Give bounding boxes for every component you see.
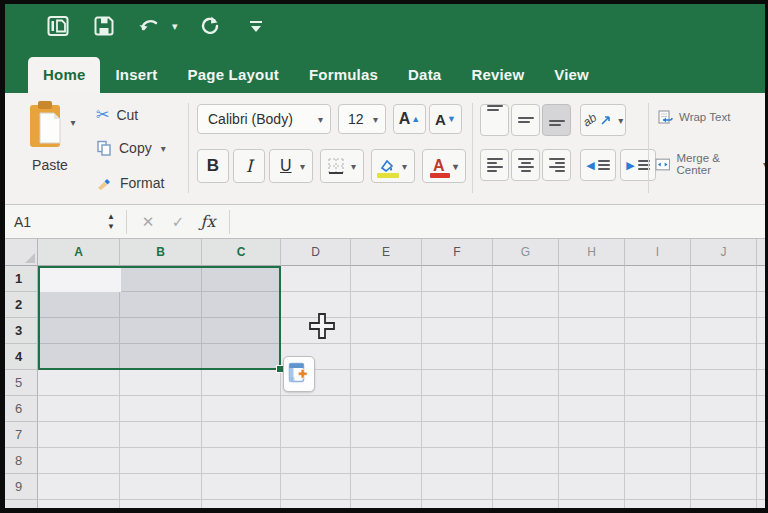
spinner-up-icon: ▲ [107,213,115,221]
align-left-button[interactable] [480,149,509,181]
undo-caret-icon[interactable]: ▾ [172,20,178,33]
toolbar-options-icon[interactable] [242,12,270,40]
italic-button[interactable]: I [233,149,265,183]
align-bottom-icon [549,120,565,126]
workbook-icon[interactable] [44,12,72,40]
orientation-arrow-icon [600,114,612,126]
borders-button[interactable]: ▾ [320,149,364,183]
gridline [38,447,768,448]
increase-font-size-button[interactable]: A▲ [393,104,426,134]
align-center-button[interactable] [511,149,540,181]
save-icon[interactable] [90,12,118,40]
cut-button[interactable]: ✂ Cut [96,105,138,124]
column-header-A[interactable]: A [38,239,120,266]
gridline [690,266,691,513]
column-header-C[interactable]: C [202,239,281,266]
row-header-8[interactable]: 8 [0,448,38,474]
decrease-indent-button[interactable]: ◀ [580,149,616,181]
font-family-select[interactable]: Calibri (Body) ▾ [197,104,331,134]
name-box-value: A1 [14,214,31,230]
gridline [624,266,625,513]
font-family-caret-icon: ▾ [318,114,323,125]
column-header-I[interactable]: I [625,239,691,266]
name-box-spinner[interactable]: ▲ ▼ [102,213,120,231]
cancel-button[interactable]: ✕ [133,213,163,231]
bold-button[interactable]: B [197,149,229,183]
align-middle-button[interactable] [511,104,540,136]
gridline [421,266,422,513]
row-header-7[interactable]: 7 [0,422,38,448]
insert-function-button[interactable]: ƒx [193,212,223,231]
row-header-6[interactable]: 6 [0,396,38,422]
active-cell[interactable] [40,268,121,292]
tab-formulas[interactable]: Formulas [294,57,393,93]
align-middle-icon [518,117,534,123]
merge-center-button[interactable]: Merge & Center ▾ [655,152,768,176]
align-bottom-button[interactable] [542,104,571,136]
paste-button[interactable]: ▾ Paste [12,99,88,199]
cut-icon: ✂ [96,105,109,124]
undo-icon[interactable] [136,12,164,40]
row-header-9[interactable]: 9 [0,474,38,500]
paste-options-button[interactable] [283,356,315,392]
row-header-2[interactable]: 2 [0,292,38,318]
font-size-value: 12 [348,111,364,127]
increase-indent-icon: ▶ [626,159,634,172]
tab-home[interactable]: Home [28,57,100,93]
underline-button[interactable]: U ▾ [269,149,313,183]
wrap-text-button[interactable]: Wrap Text [658,110,730,124]
format-painter-button[interactable]: Format [96,175,164,191]
column-header-H[interactable]: H [559,239,625,266]
row-header-1[interactable]: 1 [0,266,38,292]
tab-page-layout[interactable]: Page Layout [173,57,294,93]
column-header-J[interactable]: J [691,239,757,266]
gridline [38,473,768,474]
fill-color-button[interactable]: ▾ [371,149,415,183]
formula-input[interactable] [236,205,768,239]
row-header-4[interactable]: 4 [0,344,38,370]
row-header-5[interactable]: 5 [0,370,38,396]
paste-caret-icon: ▾ [70,117,75,128]
font-color-swatch [430,173,450,178]
column-header-E[interactable]: E [351,239,422,266]
copy-button[interactable]: Copy ▾ [96,140,166,156]
column-header-G[interactable]: G [493,239,559,266]
paste-label: Paste [32,157,68,173]
formula-bar-separator [126,210,127,234]
tab-view[interactable]: View [539,57,604,93]
format-painter-icon [96,175,113,191]
enter-button[interactable]: ✓ [163,213,193,231]
name-box[interactable]: A1 [0,205,100,239]
decrease-indent-lines-icon [598,160,610,170]
borders-caret-icon: ▾ [351,161,356,172]
font-color-button[interactable]: A ▾ [422,149,466,183]
font-size-caret-icon: ▾ [373,114,378,125]
align-right-icon [549,158,565,172]
tab-data[interactable]: Data [393,57,456,93]
row-header-3[interactable]: 3 [0,318,38,344]
column-header-F[interactable]: F [422,239,493,266]
decrease-font-size-button[interactable]: A▼ [429,104,462,134]
gridline [350,266,351,513]
borders-icon [327,157,345,175]
formula-bar: A1 ▲ ▼ ✕ ✓ ƒx [0,205,768,239]
italic-letter: I [246,156,253,176]
formula-bar-separator [229,210,230,234]
select-all-corner[interactable] [0,239,38,266]
orientation-button[interactable]: ab ▾ [580,104,626,136]
gridline [756,266,757,513]
worksheet-grid[interactable]: ABCDEFGHIJ 12345678910 [0,239,768,513]
tab-insert[interactable]: Insert [100,57,172,93]
ribbon: ▾ Paste ✂ Cut Copy ▾ Format Calibri (Bod… [0,93,768,205]
increase-indent-button[interactable]: ▶ [620,149,656,181]
align-top-button[interactable] [480,104,509,136]
spinner-down-icon: ▼ [107,223,115,231]
gridline [38,421,768,422]
column-header-B[interactable]: B [120,239,202,266]
column-header-D[interactable]: D [281,239,351,266]
font-size-select[interactable]: 12 ▾ [338,104,386,134]
tab-review[interactable]: Review [456,57,539,93]
redo-icon[interactable] [196,12,224,40]
align-right-button[interactable] [542,149,571,181]
merge-center-label: Merge & Center [676,152,755,176]
